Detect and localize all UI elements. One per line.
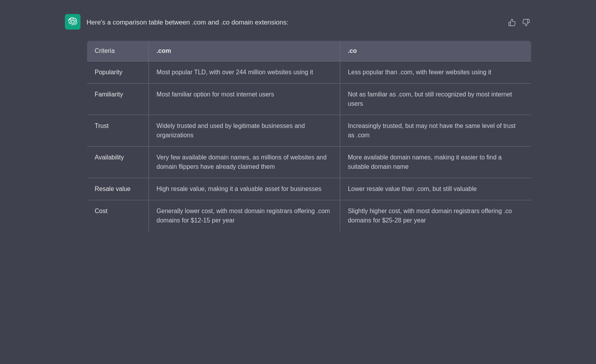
header-co: .co — [340, 41, 531, 61]
feedback-buttons-group — [507, 14, 531, 28]
cell-com-0: Most popular TLD, with over 244 million … — [149, 61, 340, 84]
table-row: PopularityMost popular TLD, with over 24… — [87, 61, 531, 84]
chatgpt-avatar — [65, 14, 80, 30]
cell-criteria-5: Cost — [87, 200, 149, 232]
cell-criteria-3: Availability — [87, 147, 149, 178]
comparison-table: Criteria .com .co PopularityMost popular… — [87, 40, 531, 232]
cell-co-0: Less popular than .com, with fewer websi… — [340, 61, 531, 84]
cell-criteria-2: Trust — [87, 115, 149, 147]
comparison-table-container: Criteria .com .co PopularityMost popular… — [87, 40, 531, 232]
table-header: Criteria .com .co — [87, 41, 531, 61]
table-row: CostGenerally lower cost, with most doma… — [87, 200, 531, 232]
message-intro-text: Here's a comparison table between .com a… — [87, 14, 500, 28]
cell-co-4: Lower resale value than .com, but still … — [340, 178, 531, 200]
cell-co-1: Not as familiar as .com, but still recog… — [340, 84, 531, 115]
thumbs-down-button[interactable] — [521, 17, 531, 28]
cell-com-4: High resale value, making it a valuable … — [149, 178, 340, 200]
cell-com-1: Most familiar option for most internet u… — [149, 84, 340, 115]
cell-co-2: Increasingly trusted, but may not have t… — [340, 115, 531, 147]
table-body: PopularityMost popular TLD, with over 24… — [87, 61, 531, 232]
message-container: Here's a comparison table between .com a… — [65, 8, 531, 232]
cell-criteria-4: Resale value — [87, 178, 149, 200]
cell-com-3: Very few available domain names, as mill… — [149, 147, 340, 178]
cell-criteria-1: Familiarity — [87, 84, 149, 115]
message-header: Here's a comparison table between .com a… — [65, 8, 531, 33]
cell-com-5: Generally lower cost, with most domain r… — [149, 200, 340, 232]
table-row: AvailabilityVery few available domain na… — [87, 147, 531, 178]
cell-co-3: More available domain names, making it e… — [340, 147, 531, 178]
cell-criteria-0: Popularity — [87, 61, 149, 84]
table-row: FamiliarityMost familiar option for most… — [87, 84, 531, 115]
thumbs-down-icon — [522, 19, 530, 26]
table-header-row: Criteria .com .co — [87, 41, 531, 61]
cell-co-5: Slightly higher cost, with most domain r… — [340, 200, 531, 232]
cell-com-2: Widely trusted and used by legitimate bu… — [149, 115, 340, 147]
table-row: TrustWidely trusted and used by legitima… — [87, 115, 531, 147]
thumbs-up-button[interactable] — [507, 17, 517, 28]
table-row: Resale valueHigh resale value, making it… — [87, 178, 531, 200]
header-criteria: Criteria — [87, 41, 149, 61]
header-com: .com — [149, 41, 340, 61]
thumbs-up-icon — [508, 19, 516, 26]
chatgpt-logo-icon — [68, 17, 77, 26]
